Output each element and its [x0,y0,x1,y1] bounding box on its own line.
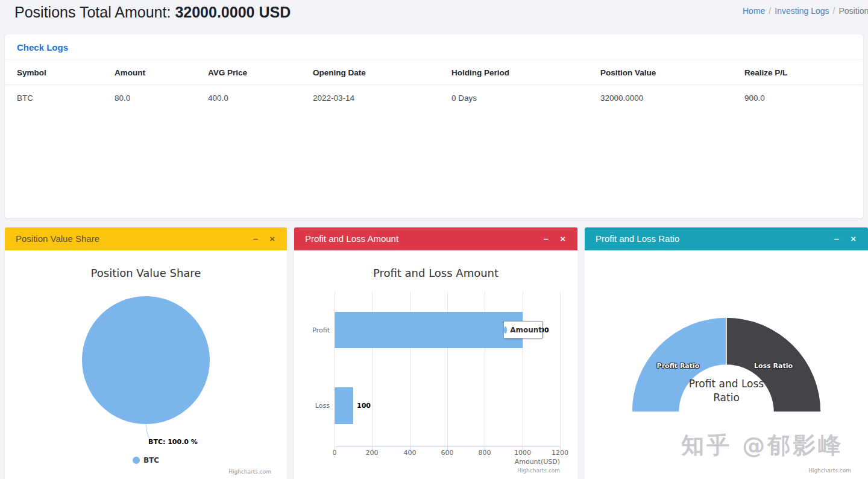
x-tick-label: 800 [473,449,497,457]
x-axis-title: Amount(USD) [515,458,560,466]
profit-loss-amount-panel: Profit and Loss Amount – × Profit and Lo… [294,227,577,479]
close-icon[interactable]: × [560,227,565,250]
zhihu-watermark: 知乎 @郁影峰 [681,430,843,461]
breadcrumb: Home/Investing Logs/Position [743,6,868,16]
semi-donut-chart: Profit Ratio Loss Ratio Profit and Loss … [585,250,868,479]
gridline [523,292,523,446]
bar-chart-title: Profit and Loss Amount [294,267,577,279]
gauge-center-title-line2: Ratio [636,391,817,405]
x-tick-label: 1200 [548,449,572,457]
highcharts-credit-link[interactable]: Highcharts.com [228,469,271,475]
gauge-center-title-line1: Profit and Loss [636,377,817,391]
panel-title: Profit and Loss Amount [305,233,398,244]
table-header-row: Symbol Amount AVG Price Opening Date Hol… [5,60,863,85]
profit-loss-ratio-panel-header: Profit and Loss Ratio – × [585,227,868,250]
col-symbol: Symbol [5,60,115,85]
cell-symbol: BTC [5,85,115,111]
cell-holding-period: 0 Days [451,85,600,111]
minimize-icon[interactable]: – [253,227,258,250]
page-title-label: Positions Total Amount: [14,4,171,21]
profit-loss-ratio-panel: Profit and Loss Ratio – × Profit Ratio L… [585,227,868,479]
x-tick-label: 200 [360,449,384,457]
positions-table: Symbol Amount AVG Price Opening Date Hol… [5,60,863,110]
col-position-value: Position Value [600,60,744,85]
check-logs-card: Check Logs Symbol Amount AVG Price Openi… [5,34,863,218]
bar-chart: Profit and Loss Amount Profit Loss 0 200… [294,250,577,479]
x-tick-label: 1000 [511,449,535,457]
legend-marker-icon [504,326,507,334]
x-tick-label: 600 [435,449,459,457]
bar-profit[interactable] [335,312,523,348]
legend-label: Amount [510,326,542,334]
bar-loss[interactable] [335,387,353,424]
slice-label-profit-ratio: Profit Ratio [642,362,714,370]
y-category-loss: Loss [294,402,330,410]
col-holding-period: Holding Period [451,60,600,85]
gridline [560,292,561,446]
pie-chart: Position Value Share BTC: 100.0 % BTC Hi… [5,250,287,479]
highcharts-credit-link[interactable]: Highcharts.com [517,468,560,474]
close-icon[interactable]: × [269,227,275,250]
breadcrumb-current: Position [838,6,868,16]
cell-avg-price: 400.0 [208,85,313,111]
profit-loss-amount-panel-header: Profit and Loss Amount – × [294,227,577,250]
col-amount: Amount [115,60,208,85]
gauge-center-title: Profit and Loss Ratio [636,377,817,405]
legend-marker-icon [133,457,140,464]
table-row: BTC 80.0 400.0 2022-03-14 0 Days 32000.0… [5,85,863,111]
top-header: Positions Total Amount: 32000.0000 USD H… [0,0,868,30]
x-tick-label: 0 [322,449,347,457]
pie-data-label: BTC: 100.0 % [148,438,198,446]
col-opening-date: Opening Date [313,60,451,85]
minimize-icon[interactable]: – [834,227,839,250]
cell-realize-pl: 900.0 [744,85,863,111]
minimize-icon[interactable]: – [544,227,549,250]
position-value-share-panel-header: Position Value Share – × [5,227,287,250]
panel-title: Profit and Loss Ratio [596,233,679,244]
breadcrumb-separator: / [833,6,835,16]
cell-amount: 80.0 [115,85,208,111]
slice-label-loss-ratio: Loss Ratio [737,362,810,370]
bar-data-label-loss: 100 [357,402,371,410]
breadcrumb-home-link[interactable]: Home [743,6,765,16]
bar-legend-item[interactable]: Amount [503,321,542,338]
panel-title: Position Value Share [16,233,99,244]
col-realize-pl: Realize P/L [744,60,863,85]
cell-position-value: 32000.0000 [600,85,744,111]
check-logs-link[interactable]: Check Logs [5,34,863,60]
breadcrumb-separator: / [769,6,771,16]
pie-label-connector [5,250,287,479]
breadcrumb-investing-logs-link[interactable]: Investing Logs [775,6,829,16]
legend-label: BTC [143,456,159,465]
y-category-profit: Profit [294,326,330,334]
position-value-share-panel: Position Value Share – × Position Value … [5,227,287,479]
x-tick-label: 400 [398,449,422,457]
page-title-value: 32000.0000 USD [175,4,291,21]
col-avg-price: AVG Price [208,60,313,85]
page-title: Positions Total Amount: 32000.0000 USD [14,4,291,21]
highcharts-credit-link[interactable]: Highcharts.com [808,468,851,474]
pie-legend-item[interactable]: BTC [5,456,287,465]
close-icon[interactable]: × [851,227,856,250]
cell-opening-date: 2022-03-14 [313,85,451,111]
